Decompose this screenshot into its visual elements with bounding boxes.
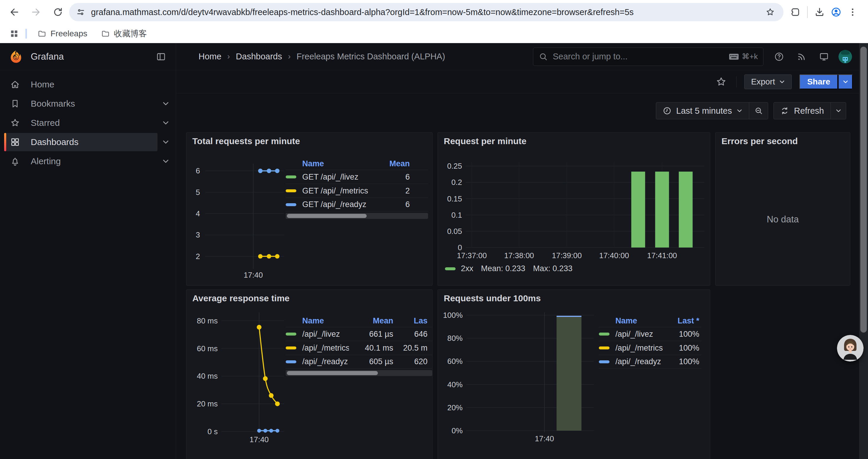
legend-row[interactable]: GET /api/_/readyz6: [286, 198, 428, 211]
sidebar-link-home[interactable]: Home: [4, 75, 157, 94]
legend-scroll-thumb[interactable]: [287, 371, 378, 375]
floating-assistant-avatar[interactable]: [837, 335, 864, 362]
monitor-kiosk-icon[interactable]: [816, 49, 832, 65]
refresh-interval-chevron[interactable]: [831, 102, 846, 119]
grafana-app: Grafana HomeBookmarksStarredDashboardsAl…: [0, 43, 868, 459]
svg-text:17:37:00: 17:37:00: [457, 251, 487, 260]
time-picker-group: Last 5 minutes: [656, 102, 769, 119]
svg-text:100%: 100%: [443, 311, 463, 320]
extensions-icon[interactable]: [787, 4, 804, 21]
breadcrumb-item[interactable]: Dashboards: [236, 52, 282, 61]
series-name: GET /api/_/readyz: [302, 200, 366, 209]
bookmark-star-icon[interactable]: [763, 5, 778, 20]
series-stat-value: 100%: [666, 357, 699, 366]
panel-total-requests-per-minute: Total requests per minute 6543217:40 Nam…: [186, 132, 433, 286]
section-chevron-icon[interactable]: [157, 158, 174, 165]
svg-text:80 ms: 80 ms: [197, 316, 218, 325]
legend-row[interactable]: /api/_/livez100%: [599, 327, 702, 341]
sidebar-link-dashboards[interactable]: Dashboards: [4, 133, 157, 151]
svg-text:60 ms: 60 ms: [197, 344, 218, 353]
legend-row[interactable]: GET /api/_/metrics2: [286, 184, 428, 198]
sidebar-item-dashboards: Dashboards: [0, 133, 176, 151]
series-name: /api/_/readyz: [615, 357, 661, 366]
legend-item-2xx[interactable]: 2xx: [445, 264, 473, 273]
reload-icon[interactable]: [50, 4, 66, 21]
user-avatar[interactable]: [838, 50, 852, 64]
zoom-out-button[interactable]: [749, 102, 768, 119]
legend-row[interactable]: /api/_/readyz100%: [599, 355, 702, 369]
forward-icon[interactable]: [28, 4, 44, 21]
legend-row[interactable]: /api/_/readyz605 µs620: [286, 355, 432, 369]
sidebar-link-starred[interactable]: Starred: [4, 114, 157, 132]
actions-divider: [736, 76, 737, 88]
legend-header-stat[interactable]: Mean: [381, 159, 410, 168]
breadcrumb-separator: ›: [288, 52, 291, 61]
news-rss-icon[interactable]: [794, 49, 809, 65]
sidebar-link-alerting[interactable]: Alerting: [4, 152, 157, 170]
dock-sidebar-icon[interactable]: [153, 48, 169, 65]
legend-h-scrollbar[interactable]: [286, 213, 428, 219]
panel-average-response-time: Average response time 80 ms60 ms40 ms20 …: [186, 290, 433, 459]
section-chevron-icon[interactable]: [157, 100, 174, 107]
svg-text:5: 5: [196, 188, 200, 197]
grafana-logo-icon[interactable]: [9, 50, 23, 64]
page-scrollbar[interactable]: [859, 43, 868, 459]
sidebar: Grafana HomeBookmarksStarredDashboardsAl…: [0, 43, 176, 459]
time-range-picker[interactable]: Last 5 minutes: [656, 102, 749, 119]
url-text: grafana.mathmast.com/d/deytv4rwavabkb/fr…: [91, 7, 759, 17]
panel-title[interactable]: Average response time: [192, 293, 289, 303]
legend-header-stat[interactable]: Last *: [666, 316, 699, 326]
breadcrumb-item[interactable]: Home: [198, 52, 221, 61]
browser-nav-buttons: [6, 4, 66, 21]
legend-header-name[interactable]: Name: [286, 316, 349, 326]
profile-icon[interactable]: [828, 4, 844, 21]
scrollbar-thumb[interactable]: [860, 47, 867, 333]
legend-scroll-thumb[interactable]: [287, 214, 367, 218]
series-color-pill: [286, 189, 296, 192]
legend-table: NameLast */api/_/livez100%/api/_/metrics…: [599, 315, 702, 369]
site-settings-icon[interactable]: [73, 5, 88, 20]
export-button[interactable]: Export: [744, 74, 792, 89]
panel-title[interactable]: Errors per second: [721, 136, 798, 146]
legend-header-name[interactable]: Name: [599, 316, 666, 326]
breadcrumb: Home›Dashboards›Freeleaps Metrics Dashbo…: [198, 52, 525, 61]
back-icon[interactable]: [6, 4, 23, 21]
legend-header-stat[interactable]: Las: [393, 316, 428, 326]
section-chevron-icon[interactable]: [157, 119, 174, 126]
panel-title[interactable]: Request per minute: [444, 136, 526, 146]
legend-row[interactable]: /api/_/metrics100%: [599, 341, 702, 355]
legend-header-name[interactable]: Name: [286, 159, 381, 168]
search-input[interactable]: Search or jump to... ⌘+k: [533, 47, 764, 66]
section-chevron-icon[interactable]: [157, 138, 174, 145]
timeseries-chart: 80 ms60 ms40 ms20 ms0 s17:40: [186, 307, 287, 446]
panel-requests-under-100ms: Requests under 100ms 100%80%60%40%20%0%1…: [438, 290, 710, 459]
legend-mean-stat: Mean: 0.233: [481, 264, 525, 273]
browser-menu-icon[interactable]: [844, 4, 861, 21]
legend-row[interactable]: GET /api/_/livez6: [286, 170, 428, 184]
legend-row[interactable]: /api/_/livez661 µs646: [286, 327, 432, 341]
url-bar[interactable]: grafana.mathmast.com/d/deytv4rwavabkb/fr…: [69, 3, 783, 21]
sidebar-item-starred: Starred: [0, 114, 176, 132]
share-button[interactable]: Share: [800, 74, 838, 89]
bookmark-folder[interactable]: 收藏博客: [96, 26, 152, 42]
legend-row[interactable]: /api/_/metrics40.1 ms20.5 m: [286, 341, 432, 355]
series-color-pill: [445, 267, 456, 270]
help-icon[interactable]: [771, 49, 787, 65]
search-shortcut: ⌘+k: [729, 52, 758, 61]
svg-text:80%: 80%: [447, 334, 463, 342]
share-menu-chevron[interactable]: [838, 74, 852, 89]
downloads-icon[interactable]: [811, 4, 828, 21]
apps-grid-icon[interactable]: [8, 27, 21, 40]
refresh-button[interactable]: Refresh: [774, 102, 831, 119]
series-stat-value: 646: [393, 330, 428, 339]
legend-header-stat[interactable]: Mean: [349, 316, 393, 326]
panel-title[interactable]: Requests under 100ms: [444, 293, 541, 303]
legend-h-scrollbar[interactable]: [286, 370, 432, 376]
series-color-pill: [599, 360, 610, 363]
panel-title[interactable]: Total requests per minute: [192, 136, 300, 146]
sidebar-link-bookmarks[interactable]: Bookmarks: [4, 95, 157, 113]
series-color-pill: [599, 333, 610, 335]
bookmark-folder[interactable]: Freeleaps: [33, 27, 92, 41]
favorite-star-icon[interactable]: [714, 74, 728, 89]
sidebar-item-label: Alerting: [31, 156, 61, 166]
